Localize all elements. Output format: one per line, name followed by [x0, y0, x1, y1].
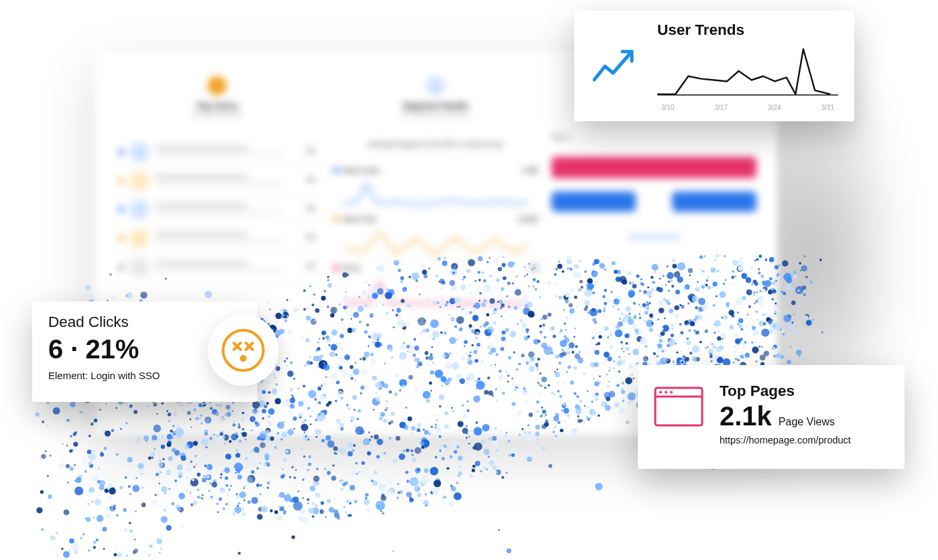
- list-item[interactable]: [115, 167, 320, 196]
- list-item[interactable]: [115, 224, 320, 253]
- svg-rect-7: [655, 388, 702, 425]
- user-trends-axis: 3/10 3/17 3/24 3/31: [657, 104, 838, 111]
- sparkline-icon: [333, 177, 538, 210]
- top-pages-card: Top Pages 2.1k Page Views https://homepa…: [638, 365, 904, 469]
- top-pages-title: Top Pages: [720, 382, 888, 400]
- metric-row: Active Users 1,450: [333, 164, 538, 213]
- trend-up-arrow-icon: [590, 42, 639, 90]
- sparkline-icon: [333, 226, 538, 259]
- metric-row: Errors 96: [333, 262, 538, 311]
- user-trends-title: User Trends: [657, 21, 838, 39]
- dead-clicks-element: Element: Login with SSO: [48, 370, 241, 381]
- list-item[interactable]: [115, 196, 320, 224]
- svg-point-9: [659, 391, 662, 394]
- svg-point-6: [240, 355, 247, 362]
- metric-row: Active Time 14,603: [333, 213, 538, 262]
- dashboard-col-health: Segment Health by frequency of issues In…: [333, 71, 538, 415]
- sparkline-icon: [333, 275, 538, 308]
- svg-point-11: [670, 391, 673, 394]
- top-pages-url: https://homepage.com/product: [720, 435, 888, 445]
- user-trends-sparkline: [657, 43, 838, 100]
- dashboard-col-flow: User Flow Step 1: [551, 71, 756, 415]
- list-item[interactable]: [115, 253, 320, 282]
- list-item[interactable]: [115, 138, 320, 167]
- top-pages-unit: Page Views: [779, 416, 835, 428]
- top-pages-value: 2.1k: [720, 401, 772, 431]
- page-button[interactable]: [672, 192, 756, 212]
- user-trends-card: User Trends 3/10 3/17 3/24 3/31: [574, 11, 854, 121]
- session-button[interactable]: [551, 192, 636, 212]
- dead-face-icon: [208, 315, 279, 386]
- user-flow-pill[interactable]: [551, 157, 756, 178]
- browser-window-icon: [654, 387, 704, 427]
- dead-clicks-card: Dead Clicks 6 · 21% Element: Login with …: [32, 301, 257, 402]
- segment-details-link[interactable]: [627, 234, 681, 240]
- svg-point-1: [223, 330, 263, 370]
- dead-clicks-title: Dead Clicks: [48, 313, 241, 331]
- svg-point-10: [665, 391, 667, 394]
